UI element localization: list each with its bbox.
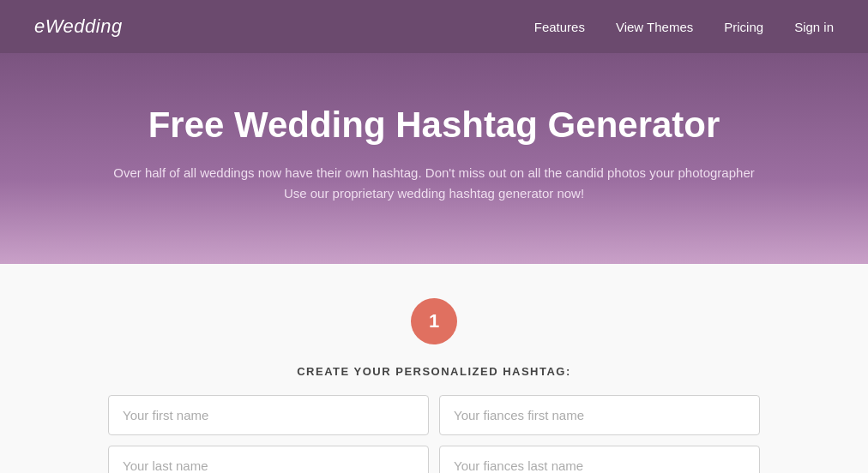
hero-description: Over half of all weddings now have their…: [34, 163, 834, 204]
logo: eWedding: [34, 15, 123, 38]
hero-title: Free Wedding Hashtag Generator: [34, 105, 834, 146]
header: eWedding Features View Themes Pricing Si…: [0, 0, 868, 53]
nav-view-themes[interactable]: View Themes: [616, 20, 693, 34]
step-circle: 1: [411, 298, 457, 344]
nav-sign-in[interactable]: Sign in: [794, 20, 834, 34]
hero-section: Free Wedding Hashtag Generator Over half…: [0, 53, 868, 264]
fiances-last-name-input[interactable]: [439, 446, 760, 473]
fiances-first-name-input[interactable]: [439, 395, 760, 435]
main-content: 1 CREATE YOUR PERSONALIZED HASHTAG: Make…: [0, 264, 868, 473]
hashtag-form: [108, 395, 760, 473]
last-name-input[interactable]: [108, 446, 429, 473]
first-name-input[interactable]: [108, 395, 429, 435]
nav: Features View Themes Pricing Sign in: [534, 20, 834, 34]
nav-pricing[interactable]: Pricing: [724, 20, 763, 34]
nav-features[interactable]: Features: [534, 20, 585, 34]
section-label: CREATE YOUR PERSONALIZED HASHTAG:: [17, 365, 851, 378]
